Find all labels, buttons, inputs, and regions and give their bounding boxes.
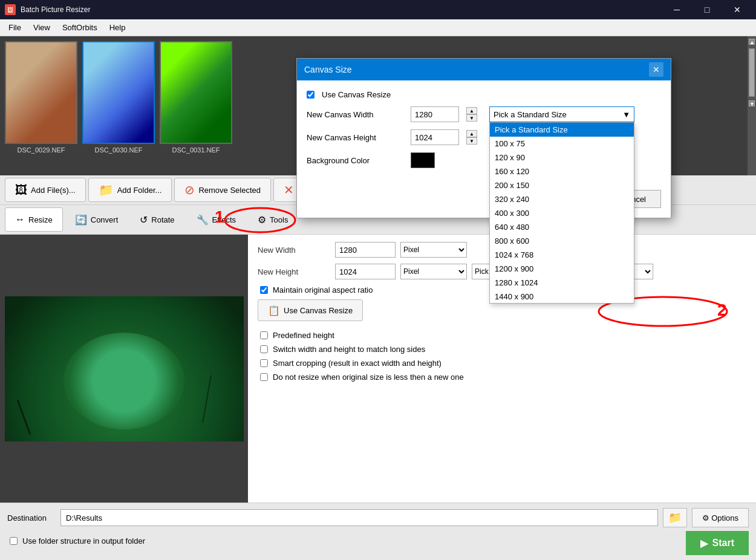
canvas-size-dialog: Canvas Size ✕ Use Canvas Resize New Canv… [296, 58, 671, 218]
dropdown-header[interactable]: Pick a Standard Size ▼ [489, 106, 634, 122]
close-button[interactable]: ✕ [723, 0, 751, 19]
start-label: Start [712, 538, 734, 549]
minimize-button[interactable]: ─ [663, 0, 691, 19]
dropdown-item-12[interactable]: 1440 x 900 [490, 290, 634, 304]
options-button[interactable]: ⚙ Options [692, 508, 749, 527]
window-controls: ─ □ ✕ [663, 0, 751, 19]
width-label: New Width [258, 246, 330, 255]
menu-view[interactable]: View [27, 21, 56, 34]
dialog-height-input[interactable] [411, 129, 459, 145]
dialog-use-canvas-checkbox[interactable] [307, 91, 314, 99]
height-spinner: ▲ ▼ [466, 130, 477, 145]
menu-help[interactable]: Help [103, 21, 132, 34]
content-area: New Width Pixel Percent New Height Pixel… [0, 235, 756, 503]
tab-effects-label: Effects [212, 215, 236, 224]
dropdown-item-0[interactable]: Pick a Standard Size [490, 123, 634, 137]
effects-icon: 🔧 [197, 214, 209, 226]
dropdown-item-5[interactable]: 320 x 240 [490, 192, 634, 206]
remove-selected-label: Remove Selected [198, 186, 261, 195]
dialog-width-row: New Canvas Width ▲ ▼ Pick a Standard Siz… [307, 106, 661, 122]
dropdown-list[interactable]: Pick a Standard Size 100 x 75 120 x 90 1… [489, 122, 634, 304]
dropdown-item-10[interactable]: 1200 x 900 [490, 262, 634, 276]
use-canvas-resize-button[interactable]: 📋 Use Canvas Resize [258, 299, 363, 321]
folder-structure-label: Use folder structure in output folder [22, 536, 145, 545]
use-canvas-resize-label: Use Canvas Resize [284, 306, 353, 315]
dropdown-item-3[interactable]: 160 x 120 [490, 164, 634, 178]
maintain-aspect-checkbox[interactable] [260, 286, 268, 294]
tab-tools[interactable]: ⚙ Tools [248, 207, 298, 232]
folder-structure-row: Use folder structure in output folder [7, 536, 145, 545]
folder-structure-checkbox[interactable] [10, 537, 18, 545]
height-unit-select[interactable]: Pixel Percent [400, 264, 467, 279]
width-unit-select[interactable]: Pixel Percent [400, 242, 467, 258]
thumb-img-0 [5, 41, 77, 144]
dialog-use-canvas-label: Use Canvas Resize [322, 90, 391, 99]
predefined-height-checkbox[interactable] [260, 331, 268, 339]
dropdown-item-1[interactable]: 100 x 75 [490, 137, 634, 151]
menu-file[interactable]: File [2, 21, 27, 34]
canvas-icon: 📋 [268, 305, 280, 316]
dropdown-item-7[interactable]: 640 x 480 [490, 220, 634, 234]
add-files-label: Add File(s)... [31, 186, 76, 195]
thumb-label-0: DSC_0029.NEF [18, 146, 65, 154]
gear-icon: ⚙ [702, 513, 709, 523]
predefined-height-label: Predefined height [273, 331, 334, 340]
browse-button[interactable]: 📁 [663, 508, 687, 527]
main-image [5, 296, 244, 441]
tab-rotate[interactable]: ↺ Rotate [130, 207, 184, 232]
tab-convert[interactable]: 🔄 Convert [65, 207, 128, 232]
remove-selected-button[interactable]: ⊘ Remove Selected [174, 178, 271, 202]
start-button[interactable]: ▶ Start [686, 531, 749, 555]
thumb-0[interactable]: DSC_0029.NEF [5, 41, 77, 154]
height-down-button[interactable]: ▼ [466, 137, 477, 145]
no-resize-checkbox[interactable] [260, 373, 268, 381]
width-up-button[interactable]: ▲ [466, 107, 477, 114]
menu-softorbits[interactable]: SoftOrbits [56, 21, 103, 34]
dialog-title: Canvas Size [304, 65, 352, 74]
switch-label: Switch width and height to match long si… [273, 345, 425, 354]
dropdown-item-11[interactable]: 1280 x 1024 [490, 276, 634, 290]
tab-resize[interactable]: ↔ Resize [5, 207, 63, 232]
thumb-label-1: DSC_0030.NEF [95, 146, 143, 154]
main-image-panel [0, 235, 248, 503]
no-resize-label: Do not resize when original size is less… [273, 373, 464, 382]
tab-tools-label: Tools [270, 215, 288, 224]
maintain-aspect-label: Maintain original aspect ratio [273, 285, 373, 295]
thumb-img-1 [82, 41, 155, 144]
thumb-1[interactable]: DSC_0030.NEF [82, 41, 155, 154]
dropdown-item-2[interactable]: 120 x 90 [490, 151, 634, 164]
tab-effects[interactable]: 🔧 Effects [187, 207, 246, 232]
bg-color-swatch[interactable] [411, 152, 435, 168]
switch-checkbox[interactable] [260, 345, 268, 353]
add-files-button[interactable]: 🖼 Add File(s)... [5, 178, 86, 202]
app-icon: 🖼 [5, 4, 16, 15]
scrollbar[interactable]: ▲ ▼ [748, 36, 756, 175]
dialog-title-bar: Canvas Size ✕ [297, 59, 671, 80]
dialog-use-canvas-row: Use Canvas Resize [307, 90, 661, 99]
dropdown-item-9[interactable]: 1024 x 768 [490, 248, 634, 262]
smart-crop-checkbox[interactable] [260, 359, 268, 367]
width-down-button[interactable]: ▼ [466, 114, 477, 122]
maximize-button[interactable]: □ [693, 0, 721, 19]
dialog-height-label: New Canvas Height [307, 133, 403, 142]
dialog-width-input[interactable] [411, 106, 459, 122]
remove-all-icon: ✕ [284, 183, 294, 197]
destination-input[interactable] [60, 509, 658, 526]
add-folder-label: Add Folder... [117, 186, 162, 195]
add-folder-button[interactable]: 📁 Add Folder... [88, 178, 172, 202]
folder-icon: 📁 [99, 183, 114, 197]
dialog-body: Use Canvas Resize New Canvas Width ▲ ▼ P… [297, 80, 671, 185]
smart-crop-row: Smart cropping (result in exact width an… [258, 359, 746, 368]
height-up-button[interactable]: ▲ [466, 130, 477, 137]
dialog-close-button[interactable]: ✕ [649, 62, 663, 77]
thumb-2[interactable]: DSC_0031.NEF [160, 41, 232, 154]
predefined-height-row: Predefined height [258, 331, 746, 340]
app-title: Batch Picture Resizer [21, 5, 658, 14]
tab-rotate-label: Rotate [151, 215, 174, 224]
dropdown-item-4[interactable]: 200 x 150 [490, 178, 634, 192]
width-input[interactable] [335, 242, 396, 258]
height-input[interactable] [335, 264, 396, 279]
dropdown-item-8[interactable]: 800 x 600 [490, 234, 634, 248]
dropdown-item-6[interactable]: 400 x 300 [490, 206, 634, 220]
chevron-down-icon: ▼ [622, 110, 630, 119]
